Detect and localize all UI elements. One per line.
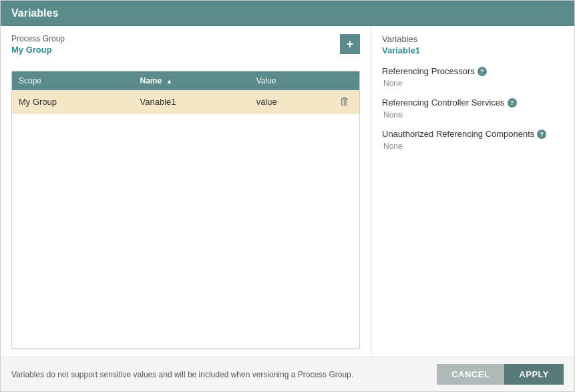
referencing-controller-services-title: Referencing Controller Services ? [382,97,564,108]
referencing-processors-help-icon[interactable]: ? [477,67,487,76]
variables-section-label: Variables [382,34,564,44]
add-variable-button[interactable]: + [340,34,360,54]
header-row: Process Group My Group + [11,34,360,63]
unauthorized-referencing-value: None [382,142,564,151]
cell-value: value [250,90,330,114]
footer-buttons: CANCEL APPLY [437,364,564,385]
table-header-row: Scope Name ▲ Value [12,71,359,90]
table-row: My Group Variable1 value 🗑 [12,90,359,114]
selected-variable-name: Variable1 [382,45,564,55]
referencing-controller-services-help-icon[interactable]: ? [508,98,517,108]
dialog-footer: Variables do not support sensitive value… [1,357,574,391]
dialog-title: Variables [11,7,58,19]
unauthorized-referencing-section: Unauthorized Referencing Components ? No… [382,129,564,151]
referencing-controller-services-section: Referencing Controller Services ? None [382,97,564,120]
variables-table-container: Scope Name ▲ Value [11,71,360,349]
delete-row-button[interactable]: 🗑 [337,94,353,109]
unauthorized-referencing-title: Unauthorized Referencing Components ? [382,129,564,139]
referencing-processors-value: None [382,79,564,88]
left-panel: Process Group My Group + Scope [1,26,371,357]
apply-button[interactable]: APPLY [504,364,564,385]
col-actions [330,71,359,90]
cell-scope: My Group [12,90,134,114]
process-group-info: Process Group My Group [11,34,65,63]
table-body: My Group Variable1 value 🗑 [12,90,359,114]
unauthorized-referencing-help-icon[interactable]: ? [537,130,546,139]
process-group-label: Process Group [11,34,65,43]
referencing-processors-section: Referencing Processors ? None [382,66,564,88]
referencing-controller-services-value: None [382,110,564,120]
cancel-button[interactable]: CANCEL [437,364,504,385]
variables-table: Scope Name ▲ Value [12,71,359,114]
sort-arrow-icon: ▲ [166,77,173,85]
col-name[interactable]: Name ▲ [134,71,250,90]
right-panel: Variables Variable1 Referencing Processo… [371,26,574,357]
referencing-processors-title: Referencing Processors ? [382,66,564,76]
cell-name: Variable1 [134,90,250,114]
dialog-title-bar: Variables [1,1,574,26]
col-scope[interactable]: Scope [12,71,134,90]
table-header: Scope Name ▲ Value [12,71,359,90]
cell-delete: 🗑 [330,90,359,114]
col-value[interactable]: Value [250,71,330,90]
dialog-body: Process Group My Group + Scope [1,26,574,391]
footer-message: Variables do not support sensitive value… [11,370,437,379]
variables-dialog: Variables Process Group My Group + [0,0,575,392]
top-section: Process Group My Group + Scope [1,26,574,357]
process-group-name: My Group [11,45,65,55]
